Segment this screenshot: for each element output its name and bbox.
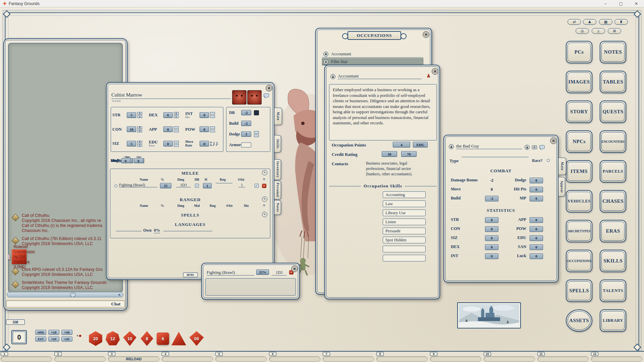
hotkey-content[interactable] <box>591 356 642 362</box>
stat-value[interactable]: 0 <box>530 217 543 223</box>
npc-tab[interactable]: Appear <box>558 177 565 196</box>
sidebar-button[interactable]: ENCOUNTERS <box>600 130 626 153</box>
occupation-skill-field[interactable] <box>383 255 426 261</box>
menu-icon[interactable] <box>263 203 265 207</box>
hotkey-slot[interactable]: 11 <box>537 352 590 362</box>
minimize-button[interactable]: – <box>598 0 613 7</box>
contacts-text[interactable]: Business associates, legalprofessions, f… <box>366 161 433 177</box>
credit-rating-max[interactable]: 70 <box>401 151 417 157</box>
stat-value[interactable]: 0 <box>530 226 543 232</box>
edit-spells-icon[interactable] <box>262 212 267 217</box>
sidebar-button[interactable]: VEHICLES <box>566 190 592 213</box>
npc-type-field[interactable] <box>462 157 529 157</box>
stat-value[interactable]: 0 <box>530 235 543 241</box>
occupation-name-field[interactable]: Accountant <box>338 73 422 79</box>
hotkey-slot[interactable]: 1 <box>0 352 54 362</box>
hotkey-content[interactable] <box>484 356 535 362</box>
sidebar-tool-icon[interactable]: ⊞ <box>608 28 621 34</box>
hotkey-content[interactable] <box>269 356 320 362</box>
combat-stat-value[interactable]: 8 <box>485 187 498 192</box>
sidebar-button[interactable]: PARCELS <box>600 160 626 183</box>
hotkey-slot[interactable]: 6 <box>268 352 322 362</box>
die-button[interactable]: 00 <box>189 331 205 346</box>
roll-modifier-button[interactable]: +2B <box>61 330 72 335</box>
credit-rating-min[interactable]: 30 <box>382 151 397 157</box>
chat-log[interactable]: Call of CthulhuCopyright 2016 Chaosium I… <box>8 43 123 293</box>
hotkey-content[interactable] <box>162 356 213 362</box>
language-line[interactable] <box>163 227 212 231</box>
sheet-tab[interactable]: Main <box>274 108 282 125</box>
roll-modifier-button[interactable]: +1P <box>48 337 59 342</box>
sheet-tab[interactable]: Inventory <box>274 159 281 180</box>
stat-value[interactable]: 0 <box>485 226 498 232</box>
occupation-skill-field[interactable] <box>383 246 426 252</box>
hotkey-slot[interactable]: 5 <box>215 352 268 362</box>
close-icon[interactable]: ✕ <box>432 68 438 75</box>
language-line[interactable] <box>116 227 142 231</box>
modifier-stack-box[interactable]: 0 <box>11 330 27 344</box>
sidebar-button[interactable]: STORY <box>566 101 592 123</box>
popup-weapon-pct[interactable]: 25% <box>256 269 269 275</box>
character-portrait-alt[interactable] <box>247 90 262 105</box>
stat-value[interactable]: 0 <box>163 141 173 146</box>
weapon-db-checkbox[interactable] <box>195 184 199 188</box>
hotkey-content[interactable]: /RELOAD <box>108 356 159 362</box>
hotkey-slot[interactable]: 2 <box>54 352 107 362</box>
identity-icon[interactable] <box>532 145 537 149</box>
close-icon[interactable]: ✕ <box>291 265 298 272</box>
damage-bonus-value[interactable]: -2 <box>241 110 251 115</box>
sidebar-button[interactable]: PCs <box>566 41 592 63</box>
occupation-skill-field[interactable]: Law <box>383 200 426 207</box>
occupation-points-stat[interactable]: EDU <box>413 142 428 147</box>
die-button[interactable]: 6 <box>157 333 169 345</box>
sidebar-tool-icon[interactable]: ◎ <box>576 28 589 34</box>
sidebar-tool-icon[interactable]: ♜ <box>614 19 628 25</box>
sidebar-button[interactable]: TABLES <box>600 71 626 93</box>
hotkey-content[interactable] <box>54 356 106 362</box>
stat-value[interactable]: 0 <box>485 217 498 223</box>
vital-curr-value[interactable]: 0 <box>134 158 143 163</box>
sidebar-button[interactable]: QUESTS <box>600 101 626 123</box>
occupation-skill-field[interactable]: Spot Hidden <box>383 237 426 243</box>
popup-weapon-name[interactable]: Fighting (Brawl) <box>207 270 254 276</box>
chat-mode-bar[interactable] <box>7 292 123 297</box>
combat-stat-value[interactable]: -2 <box>485 196 498 201</box>
npc-race-radio[interactable] <box>547 159 550 162</box>
stat-value[interactable]: 0 <box>163 126 173 132</box>
speech-bubble-icon[interactable] <box>539 145 545 149</box>
sidebar-tool-icon[interactable]: ▦ <box>599 19 612 25</box>
weapon-skill-pct[interactable]: 25 <box>160 183 171 188</box>
sidebar-button[interactable]: ASSETS <box>566 309 592 332</box>
stat-value[interactable]: 0 <box>485 244 498 250</box>
die-button[interactable]: 8 <box>140 331 154 346</box>
sidebar-button[interactable]: TALENTS <box>600 280 626 302</box>
token-icon[interactable] <box>525 145 530 150</box>
hotkey-content[interactable] <box>323 356 374 362</box>
sidebar-button[interactable]: SKILLS <box>600 250 626 272</box>
occupation-skill-field[interactable]: Accounting <box>383 191 426 198</box>
stat-value[interactable]: 0 <box>200 126 209 132</box>
hotkey-slot[interactable]: 10 <box>483 352 537 362</box>
db-apply-toggle[interactable] <box>254 110 259 115</box>
stat-value[interactable]: 0 <box>200 112 209 118</box>
sidebar-button[interactable]: IMAGES <box>566 71 592 93</box>
stat-value[interactable]: 8 <box>200 141 209 146</box>
occupation-skill-field[interactable]: Persuade <box>383 228 426 234</box>
hotkey-content[interactable] <box>537 356 589 362</box>
sidebar-tool-icon[interactable]: ♟ <box>583 19 596 25</box>
weapon-radio[interactable] <box>114 184 117 187</box>
stat-value[interactable]: 0 <box>530 244 543 250</box>
stat-value[interactable]: 0 <box>530 253 543 259</box>
weapon-name[interactable]: Fighting (Brawl) <box>119 183 157 187</box>
sheet-tab[interactable]: Notes <box>274 200 281 215</box>
sidebar-button[interactable]: SPELLS <box>566 280 592 302</box>
sheet-tab[interactable]: Skills <box>274 135 281 153</box>
stat-value[interactable]: 5 <box>127 141 136 146</box>
stat-value[interactable]: 5 <box>127 112 136 118</box>
sidebar-tool-icon[interactable]: ⇄ <box>568 19 581 25</box>
sidebar-button[interactable]: NOTES <box>600 41 626 63</box>
occupation-list-item[interactable]: Accountant <box>322 51 423 58</box>
weapon-range[interactable] <box>216 183 232 183</box>
stat-value[interactable]: 0 <box>485 235 498 241</box>
character-name-field[interactable]: Cultist Marrow <box>111 92 231 99</box>
